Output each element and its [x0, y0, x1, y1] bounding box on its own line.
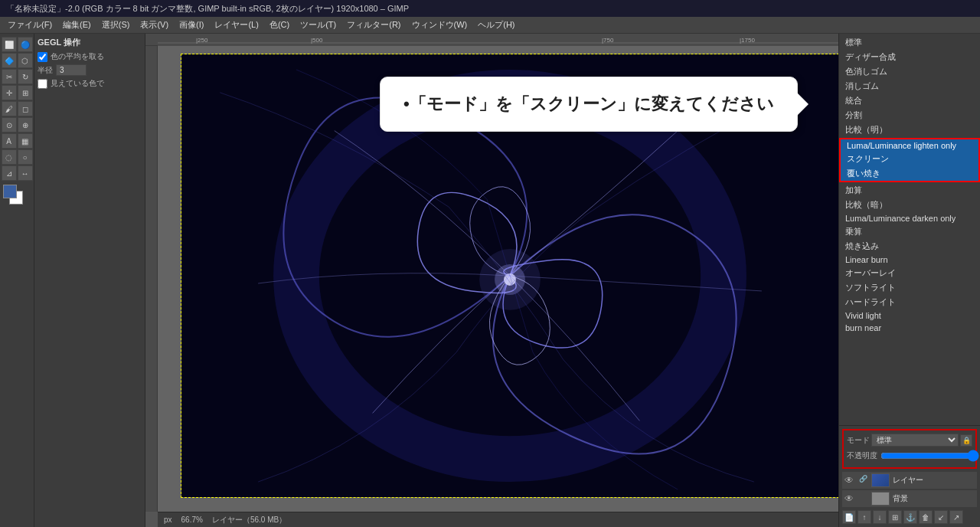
- svg-text:|750: |750: [602, 37, 614, 44]
- menu-item-i[interactable]: 画像(I): [175, 18, 208, 32]
- layer-link-icon-1: [858, 493, 868, 504]
- tool-heal[interactable]: ⊕: [18, 117, 33, 133]
- layer-new-btn[interactable]: 📄: [842, 510, 856, 524]
- option-visible-checkbox[interactable]: [38, 79, 47, 89]
- tool-rect-select[interactable]: ⬜: [2, 37, 17, 52]
- blend-mode-item-20[interactable]: burn near: [839, 322, 980, 334]
- tool-move[interactable]: ✛: [2, 85, 17, 100]
- option-checkbox[interactable]: [38, 52, 47, 62]
- layer-anchor-btn[interactable]: ⚓: [903, 510, 917, 524]
- menu-item-l[interactable]: レイヤー(L): [210, 18, 263, 32]
- menu-item-h[interactable]: ヘルプ(H): [473, 18, 519, 32]
- ruler-top: |250 |500 |750 |1750: [145, 34, 838, 46]
- statusbar: px 66.7% レイヤー（56.0 MB）: [158, 512, 838, 527]
- layer-name-0: レイヤー: [893, 475, 923, 486]
- tool-blur[interactable]: ◌: [2, 149, 17, 165]
- blend-mode-item-2[interactable]: 色消しゴム: [839, 64, 980, 79]
- blend-mode-item-9[interactable]: 覆い焼き: [841, 166, 978, 181]
- tool-row-5: 🖌 ◻: [2, 101, 33, 116]
- menu-item-t[interactable]: ツール(T): [296, 18, 341, 32]
- svg-rect-0: [158, 34, 838, 46]
- canvas-area: |250 |500 |750 |1750: [145, 34, 838, 527]
- tool-eraser[interactable]: ◻: [18, 101, 33, 116]
- tool-paint[interactable]: 🖌: [2, 101, 17, 116]
- blend-mode-item-7[interactable]: Luma/Luminance lighten only: [841, 139, 978, 152]
- layer-extra-btn-2[interactable]: ↗: [949, 510, 963, 524]
- blend-mode-item-14[interactable]: 焼き込み: [839, 239, 980, 254]
- blend-mode-item-6[interactable]: 比較（明）: [839, 123, 980, 137]
- blend-mode-item-0[interactable]: 標準: [839, 35, 980, 50]
- blend-mode-item-4[interactable]: 統合: [839, 93, 980, 108]
- tool-rotate[interactable]: ↻: [18, 69, 33, 84]
- titlebar: 「名称未設定」-2.0 (RGB カラー 8 bit ガンマ整数, GIMP b…: [0, 0, 980, 17]
- speech-bubble-text: •「モード」を「スクリーン」に変えてください: [403, 94, 774, 113]
- zoom-level: 66.7%: [181, 516, 203, 524]
- layer-panel: モード 標準 スクリーン 🔒 不透明度 100 👁 🔗: [839, 425, 980, 527]
- layer-row-1[interactable]: 👁 背景: [842, 490, 977, 507]
- blend-mode-item-17[interactable]: ソフトライト: [839, 280, 980, 295]
- radius-input[interactable]: [56, 64, 87, 76]
- main-layout: ⬜ 🔵 🔷 ⬡ ✂ ↻ ✛ ⊞ 🖌 ◻ ⊙ ⊕ A ▦ ◌ ○: [0, 34, 980, 527]
- opacity-slider[interactable]: [880, 451, 979, 460]
- blend-mode-item-3[interactable]: 消しゴム: [839, 79, 980, 93]
- blend-mode-item-15[interactable]: Linear burn: [839, 254, 980, 266]
- tool-crop[interactable]: ✂: [2, 69, 17, 84]
- blend-mode-item-10[interactable]: 加算: [839, 183, 980, 198]
- tool-row-1: ⬜ 🔵: [2, 37, 33, 52]
- tool-row-3: ✂ ↻: [2, 69, 33, 84]
- tool-row-2: 🔷 ⬡: [2, 53, 33, 68]
- blend-mode-item-18[interactable]: ハードライト: [839, 295, 980, 309]
- tool-blend[interactable]: ▦: [18, 133, 33, 149]
- tool-text[interactable]: A: [2, 133, 17, 149]
- layer-visibility-icon-1[interactable]: 👁: [844, 493, 854, 504]
- layer-row-0[interactable]: 👁 🔗 レイヤー: [842, 472, 977, 489]
- tool-color-select[interactable]: ⬡: [18, 53, 33, 68]
- blend-mode-item-16[interactable]: オーバーレイ: [839, 266, 980, 280]
- blend-mode-item-13[interactable]: 乗算: [839, 224, 980, 239]
- canvas-viewport[interactable]: •「モード」を「スクリーン」に変えてください: [158, 46, 838, 512]
- option-label-visible: 見えている色で: [51, 78, 104, 89]
- menu-item-v[interactable]: 表示(V): [136, 18, 173, 32]
- tool-dodge[interactable]: ○: [18, 149, 33, 165]
- tool-clone[interactable]: ⊙: [2, 117, 17, 133]
- blend-mode-item-12[interactable]: Luma/Luminance darken only: [839, 212, 980, 224]
- ruler-left: [145, 46, 158, 512]
- layer-visibility-icon-0[interactable]: 👁: [844, 475, 854, 486]
- blend-mode-item-1[interactable]: ディザー合成: [839, 50, 980, 64]
- layer-link-icon-0: 🔗: [858, 475, 868, 486]
- blend-mode-highlighted-group: Luma/Luminance lighten onlyスクリーン覆い焼き: [839, 138, 980, 182]
- menu-item-f[interactable]: ファイル(F): [3, 18, 57, 32]
- layer-duplicate-btn[interactable]: ⊞: [888, 510, 902, 524]
- blend-mode-item-19[interactable]: Vivid light: [839, 309, 980, 322]
- tool-align[interactable]: ⊞: [18, 85, 33, 100]
- menu-item-r[interactable]: フィルター(R): [342, 18, 405, 32]
- tool-options-panel: GEGL 操作 色の平均を取る 半径 見えている色で: [34, 34, 145, 527]
- menu-item-s[interactable]: 選択(S): [97, 18, 135, 32]
- tool-row-8: ◌ ○: [2, 149, 33, 165]
- layer-raise-btn[interactable]: ↑: [858, 510, 871, 524]
- layer-lock-btn[interactable]: 🔒: [960, 434, 972, 447]
- layer-delete-btn[interactable]: 🗑: [919, 510, 933, 524]
- tool-fuzzy-select[interactable]: 🔷: [2, 53, 17, 68]
- tool-options-title: GEGL 操作: [38, 37, 142, 48]
- layer-lower-btn[interactable]: ↓: [873, 510, 887, 524]
- blend-mode-item-11[interactable]: 比較（暗）: [839, 198, 980, 212]
- tool-eyedropper[interactable]: ⊿: [2, 165, 17, 181]
- menu-item-w[interactable]: ウィンドウ(W): [407, 18, 472, 32]
- opacity-row: 不透明度 100: [847, 450, 972, 461]
- layer-extra-btn-1[interactable]: ↙: [934, 510, 948, 524]
- option-color-average: 色の平均を取る: [38, 51, 142, 62]
- menubar: ファイル(F)編集(E)選択(S)表示(V)画像(I)レイヤー(L)色(C)ツー…: [0, 17, 980, 34]
- tool-measure[interactable]: ↔: [18, 165, 33, 181]
- layer-mode-select[interactable]: 標準 スクリーン: [871, 434, 959, 447]
- color-swatches[interactable]: [3, 185, 31, 208]
- layer-toolbar: モード 標準 スクリーン 🔒: [847, 434, 972, 447]
- foreground-color-swatch[interactable]: [3, 185, 17, 198]
- svg-text:|500: |500: [311, 37, 323, 44]
- menu-item-c[interactable]: 色(C): [265, 18, 294, 32]
- blend-mode-item-8[interactable]: スクリーン: [841, 152, 978, 166]
- blend-mode-item-5[interactable]: 分割: [839, 108, 980, 123]
- tool-row-4: ✛ ⊞: [2, 85, 33, 100]
- menu-item-e[interactable]: 編集(E): [58, 18, 96, 32]
- tool-free-select[interactable]: 🔵: [18, 37, 33, 52]
